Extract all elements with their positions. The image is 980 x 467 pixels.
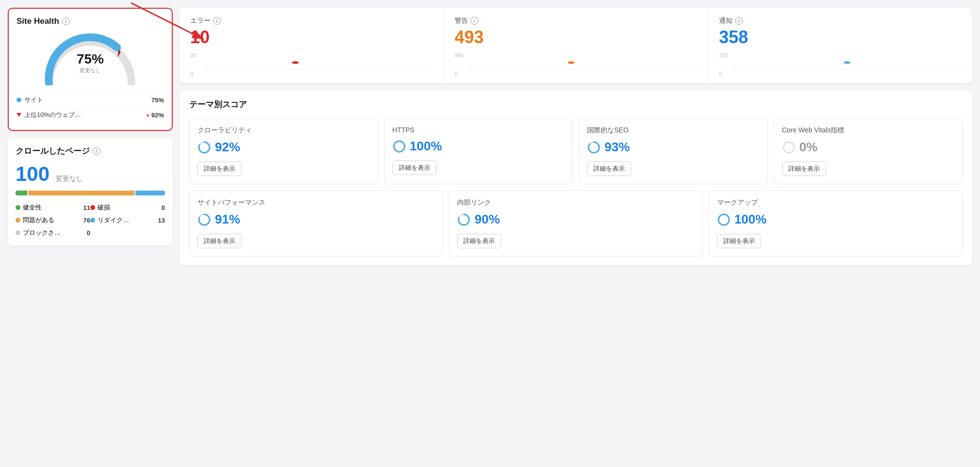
markup-name: マークアップ [717, 198, 954, 207]
issues-dot [16, 218, 20, 223]
internal-links-value: 90% [474, 212, 500, 227]
crawlability-score-row: 92% [197, 140, 370, 155]
https-score-row: 100% [392, 139, 565, 154]
theme-card-markup: マークアップ 100% 詳細を表示 [709, 190, 963, 257]
legend-left-site: サイト [16, 96, 43, 104]
legend-left-top10: 上位10%のウェブ… [16, 111, 81, 119]
blocked-dot [16, 230, 20, 235]
redirect-label: リダイク… [98, 216, 129, 225]
top10-value: ∨ 92% [146, 112, 164, 119]
stats-wrapper: エラー i 10 20 0 [180, 8, 972, 83]
right-column: エラー i 10 20 0 [180, 8, 972, 265]
blocked-label: ブロックさ… [23, 228, 61, 237]
redirect-dot [90, 218, 95, 223]
markup-detail-btn[interactable]: 詳細を表示 [717, 234, 761, 248]
crawlability-circle [197, 141, 211, 154]
crawled-label: クロールしたページ [16, 145, 90, 157]
legend-healthy: 健全性 11 [16, 202, 90, 213]
cwv-value: 0% [800, 140, 818, 155]
site-label: サイト [24, 96, 43, 104]
notice-chart-line [733, 56, 962, 70]
crawlability-detail-btn[interactable]: 詳細を表示 [197, 161, 242, 176]
svg-point-13 [588, 142, 599, 153]
broken-val: 0 [162, 204, 165, 211]
top10-label: 上位10%のウェブ… [24, 111, 81, 119]
error-max: 20 [190, 52, 196, 58]
stats-row: エラー i 10 20 0 [180, 8, 972, 83]
legend-row-top10: 上位10%のウェブ… ∨ 92% [16, 107, 164, 122]
warning-stat-card: 警告 i 493 986 0 [444, 8, 708, 83]
error-chart: 20 0 [190, 52, 433, 77]
intl-seo-score-row: 93% [587, 140, 760, 155]
performance-score-row: 91% [197, 212, 435, 227]
gauge-center: 75% 変更なし [77, 52, 104, 74]
healthy-dot [16, 205, 20, 210]
blocked-val: 0 [87, 229, 90, 237]
warning-label: 警告 i [455, 16, 697, 25]
crawled-info-icon[interactable]: i [93, 147, 100, 155]
svg-point-14 [784, 142, 794, 153]
error-zero: 0 [190, 71, 193, 77]
issues-label: 問題がある [23, 216, 54, 225]
theme-card-performance: サイトパフォーマンス 91% 詳細を表示 [189, 190, 443, 257]
legend-blocked: ブロックさ… 0 [16, 227, 90, 238]
site-value: 75% [151, 97, 164, 104]
crawled-count-row: 100 変更なし [16, 162, 165, 186]
error-chart-line [204, 56, 433, 70]
https-circle [392, 140, 406, 153]
error-label: エラー i [190, 16, 433, 25]
site-health-info-icon[interactable]: i [62, 17, 70, 25]
cwv-detail-btn[interactable]: 詳細を表示 [782, 161, 826, 176]
notice-max: 716 [719, 52, 728, 58]
warning-chart: 986 0 [455, 52, 697, 77]
internal-links-detail-btn[interactable]: 詳細を表示 [457, 234, 501, 248]
site-health-title: Site Health i [16, 16, 164, 26]
site-health-card: Site Health i 75% 変更なし [8, 8, 173, 131]
crawled-count: 100 [16, 162, 49, 185]
intl-seo-value: 93% [604, 140, 630, 155]
crawled-change: 変更なし [56, 175, 83, 182]
error-info-icon[interactable]: i [213, 17, 221, 25]
https-value: 100% [410, 139, 442, 154]
gauge-percent: 75% [77, 52, 104, 65]
bar-issues [28, 191, 134, 195]
intl-seo-name: 国際的なSEO [587, 126, 760, 135]
cwv-name: Core Web Vitals指標 [782, 126, 955, 135]
warning-info-icon[interactable]: i [471, 17, 478, 25]
gauge-container: 75% 変更なし [16, 32, 164, 85]
warning-zero: 0 [455, 71, 457, 77]
bar-healthy [16, 191, 27, 195]
healthy-val: 11 [83, 204, 90, 211]
theme-card-internal-links: 内部リンク 90% 詳細を表示 [449, 190, 702, 257]
site-health-label: Site Health [16, 16, 59, 26]
theme-card-intl-seo: 国際的なSEO 93% 詳細を表示 [579, 118, 768, 184]
intl-seo-detail-btn[interactable]: 詳細を表示 [587, 161, 631, 176]
site-dot [16, 97, 21, 102]
svg-point-11 [394, 141, 405, 152]
crawled-pages-card: クロールしたページ i 100 変更なし 健全性 11 [8, 138, 173, 246]
svg-point-4 [568, 61, 574, 64]
legend-broken: 破損 0 [90, 202, 165, 213]
healthy-label: 健全性 [23, 203, 42, 212]
warning-chart-line [468, 56, 697, 70]
theme-card-cwv: Core Web Vitals指標 0% 詳細を表示 [774, 118, 963, 184]
markup-score-row: 100% [717, 212, 954, 227]
performance-detail-btn[interactable]: 詳細を表示 [197, 234, 242, 248]
theme-card-https: HTTPS 100% 詳細を表示 [384, 118, 573, 184]
crawled-title: クロールしたページ i [16, 145, 165, 157]
theme-grid-top: クローラビリティ 92% 詳細を表示 HTTPS [189, 118, 963, 184]
svg-point-2 [292, 61, 299, 64]
notice-label: 通知 i [719, 16, 962, 25]
notice-zero: 0 [719, 71, 722, 77]
https-detail-btn[interactable]: 詳細を表示 [392, 161, 437, 175]
redirect-val: 13 [158, 217, 165, 224]
notice-info-icon[interactable]: i [735, 17, 743, 25]
notice-chart: 716 0 [719, 52, 962, 77]
warning-value: 493 [455, 27, 697, 48]
performance-name: サイトパフォーマンス [197, 198, 435, 207]
bar-redirect [135, 191, 165, 195]
markup-value: 100% [735, 212, 767, 227]
gauge-sublabel: 変更なし [77, 66, 104, 74]
crawled-legend: 健全性 11 破損 0 問題がある 76 [16, 202, 165, 238]
notice-stat-card: 通知 i 358 716 0 [708, 8, 972, 83]
